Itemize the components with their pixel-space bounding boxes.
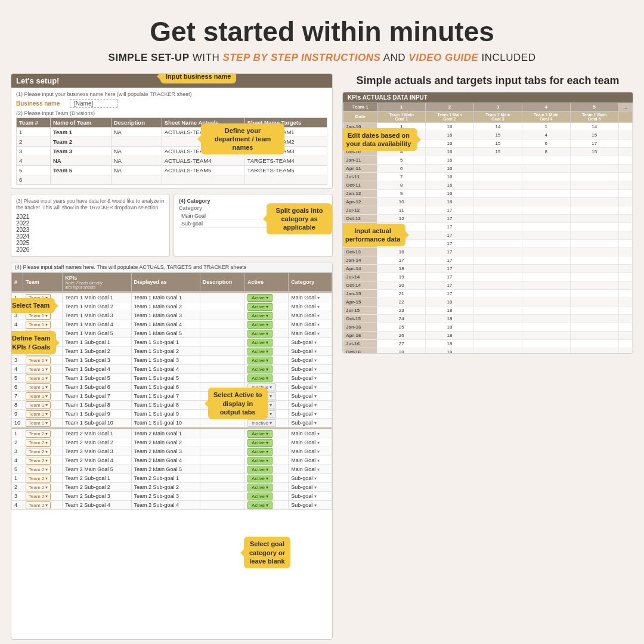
cat-dropdown-arrow[interactable]: ▾ (314, 367, 317, 372)
actuals-value-cell[interactable] (474, 306, 522, 314)
actuals-value-cell[interactable]: 18 (426, 348, 474, 353)
actuals-value-cell[interactable]: 16 (426, 139, 474, 147)
actuals-value-cell[interactable]: 11 (377, 206, 426, 214)
status-badge[interactable]: Active ▾ (247, 439, 273, 447)
actuals-value-cell[interactable]: 7 (377, 172, 426, 181)
team-select[interactable]: Team 1 ▾ (26, 374, 51, 382)
team-select[interactable]: Team 2 ▾ (26, 457, 51, 465)
actuals-value-cell[interactable]: 6 (522, 139, 570, 147)
cat-dropdown-arrow[interactable]: ▾ (317, 431, 320, 436)
actuals-value-cell[interactable]: 18 (377, 264, 426, 273)
actuals-value-cell[interactable] (474, 239, 522, 247)
actuals-value-cell[interactable] (522, 256, 570, 264)
actuals-value-cell[interactable]: 14 (570, 122, 618, 131)
actuals-value-cell[interactable]: 17 (426, 256, 474, 264)
team-select[interactable]: Team 1 ▾ (26, 401, 51, 409)
cat-dropdown-arrow[interactable]: ▾ (314, 420, 317, 426)
status-badge[interactable]: Active ▾ (247, 475, 273, 482)
actuals-value-cell[interactable]: 17 (426, 247, 474, 256)
actuals-value-cell[interactable] (522, 222, 570, 231)
cat-dropdown-arrow[interactable]: ▾ (314, 376, 317, 381)
actuals-value-cell[interactable]: 24 (377, 314, 426, 323)
actuals-value-cell[interactable] (474, 156, 522, 164)
actuals-value-cell[interactable] (570, 239, 618, 247)
actuals-value-cell[interactable]: 16 (426, 131, 474, 139)
actuals-value-cell[interactable] (522, 156, 570, 164)
actuals-value-cell[interactable]: 28 (377, 348, 426, 353)
status-badge[interactable]: Active ▾ (247, 339, 273, 346)
cat-dropdown-arrow[interactable]: ▾ (317, 313, 320, 318)
actuals-value-cell[interactable]: 6 (377, 164, 426, 172)
actuals-value-cell[interactable]: 23 (377, 306, 426, 314)
actuals-value-cell[interactable] (474, 247, 522, 256)
actuals-value-cell[interactable]: 21 (377, 289, 426, 298)
actuals-value-cell[interactable]: 12 (377, 214, 426, 222)
cat-dropdown-arrow[interactable]: ▾ (317, 331, 320, 336)
actuals-value-cell[interactable] (570, 306, 618, 314)
actuals-value-cell[interactable] (570, 222, 618, 231)
actuals-value-cell[interactable]: 26 (377, 331, 426, 339)
cat-dropdown-arrow[interactable]: ▾ (314, 394, 317, 399)
actuals-value-cell[interactable]: 17 (426, 264, 474, 273)
actuals-value-cell[interactable]: 4 (522, 131, 570, 139)
team-select[interactable]: Team 1 ▾ (26, 383, 51, 391)
team-select[interactable]: Team 2 ▾ (26, 466, 51, 473)
actuals-value-cell[interactable]: 17 (426, 231, 474, 239)
status-badge[interactable]: Active ▾ (247, 466, 273, 473)
status-badge[interactable]: Inactive ▾ (247, 419, 276, 427)
actuals-value-cell[interactable] (522, 247, 570, 256)
actuals-value-cell[interactable] (570, 281, 618, 289)
team-select[interactable]: Team 2 ▾ (26, 484, 51, 491)
cat-dropdown-arrow[interactable]: ▾ (314, 476, 317, 481)
team-select[interactable]: Team 2 ▾ (26, 430, 51, 438)
actuals-value-cell[interactable] (570, 323, 618, 331)
actuals-value-cell[interactable] (522, 231, 570, 239)
actuals-value-cell[interactable]: 20 (377, 281, 426, 289)
actuals-value-cell[interactable] (474, 214, 522, 222)
actuals-value-cell[interactable] (474, 298, 522, 306)
team-select[interactable]: Team 2 ▾ (26, 439, 51, 447)
actuals-value-cell[interactable]: 18 (426, 331, 474, 339)
actuals-value-cell[interactable] (474, 281, 522, 289)
actuals-value-cell[interactable]: 17 (426, 239, 474, 247)
actuals-value-cell[interactable] (474, 331, 522, 339)
actuals-value-cell[interactable] (522, 281, 570, 289)
actuals-value-cell[interactable]: 8 (522, 147, 570, 156)
actuals-value-cell[interactable]: 16 (426, 147, 474, 156)
actuals-value-cell[interactable]: 15 (474, 147, 522, 156)
actuals-value-cell[interactable]: 27 (377, 339, 426, 348)
actuals-value-cell[interactable] (474, 197, 522, 206)
actuals-value-cell[interactable] (522, 273, 570, 281)
actuals-value-cell[interactable]: 15 (570, 147, 618, 156)
actuals-value-cell[interactable]: 17 (426, 206, 474, 214)
actuals-value-cell[interactable] (522, 264, 570, 273)
actuals-value-cell[interactable]: 18 (426, 323, 474, 331)
actuals-value-cell[interactable] (474, 339, 522, 348)
actuals-value-cell[interactable]: 18 (426, 306, 474, 314)
actuals-value-cell[interactable] (474, 289, 522, 298)
actuals-value-cell[interactable] (570, 189, 618, 197)
actuals-value-cell[interactable]: 18 (426, 298, 474, 306)
actuals-value-cell[interactable] (570, 348, 618, 353)
actuals-value-cell[interactable]: 5 (377, 156, 426, 164)
actuals-value-cell[interactable] (570, 181, 618, 189)
actuals-value-cell[interactable]: 1 (522, 122, 570, 131)
actuals-value-cell[interactable] (570, 289, 618, 298)
actuals-value-cell[interactable]: 17 (426, 222, 474, 231)
actuals-value-cell[interactable] (522, 239, 570, 247)
actuals-value-cell[interactable]: 17 (570, 139, 618, 147)
cat-dropdown-arrow[interactable]: ▾ (314, 402, 317, 408)
cat-dropdown-arrow[interactable]: ▾ (317, 467, 320, 472)
actuals-value-cell[interactable] (522, 172, 570, 181)
status-badge[interactable]: Active ▾ (247, 448, 273, 456)
cat-dropdown-arrow[interactable]: ▾ (317, 295, 320, 301)
actuals-value-cell[interactable] (474, 231, 522, 239)
actuals-value-cell[interactable]: 16 (426, 122, 474, 131)
actuals-value-cell[interactable]: 16 (377, 247, 426, 256)
actuals-value-cell[interactable]: 16 (426, 197, 474, 206)
actuals-value-cell[interactable]: 10 (377, 197, 426, 206)
actuals-value-cell[interactable]: 22 (377, 298, 426, 306)
actuals-value-cell[interactable] (522, 298, 570, 306)
actuals-value-cell[interactable] (522, 181, 570, 189)
actuals-value-cell[interactable] (570, 273, 618, 281)
